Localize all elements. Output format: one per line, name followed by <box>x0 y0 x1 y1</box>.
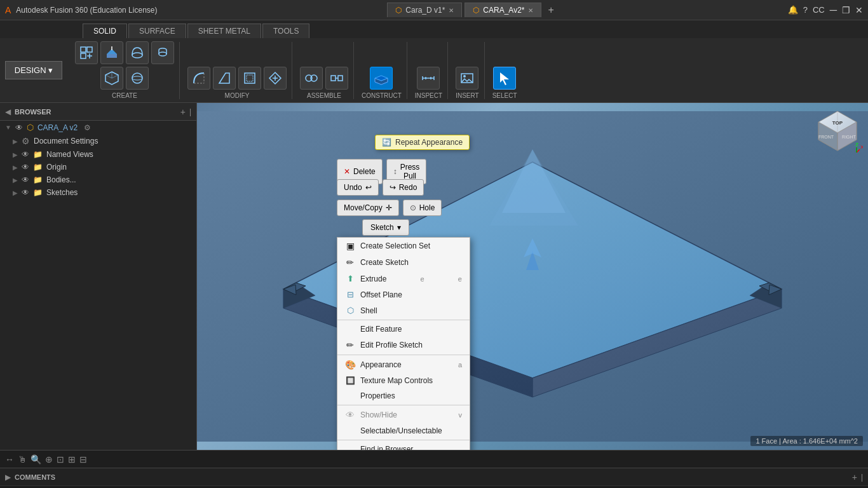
app-logo-icon: A <box>5 5 11 15</box>
comments-collapse-icon[interactable]: | <box>861 473 863 482</box>
bodies-eye-icon[interactable]: 👁 <box>22 175 29 184</box>
browser-collapse-right-icon[interactable]: | <box>189 107 191 116</box>
create-label: CREATE <box>112 92 137 99</box>
menu-show-hide[interactable]: 👁 Show/Hide v <box>337 407 470 423</box>
box-icon[interactable] <box>100 67 123 90</box>
comments-expand-icon[interactable]: ▶ <box>5 473 11 482</box>
insert-image-icon[interactable] <box>456 67 478 90</box>
chamfer-icon[interactable] <box>213 67 236 90</box>
close-icon[interactable]: ✕ <box>855 5 863 15</box>
grid-icon[interactable]: ⊞ <box>68 454 76 464</box>
hole-icon[interactable] <box>151 41 174 64</box>
rigid-group-icon[interactable] <box>325 67 348 90</box>
fillet-icon[interactable] <box>187 67 210 90</box>
nav-cube[interactable]: TOP FRONT RIGHT X Z <box>812 108 863 159</box>
zoom-icon[interactable]: 🔍 <box>31 454 41 464</box>
menu-selectable[interactable]: Selectable/Unselectable <box>337 423 470 438</box>
tab-sheet-metal[interactable]: SHEET METAL <box>187 24 261 38</box>
joint-icon[interactable] <box>300 67 323 90</box>
view-cube-icon[interactable]: ⊡ <box>57 454 64 464</box>
svg-text:Z: Z <box>855 142 858 147</box>
browser-sketches[interactable]: ▶ 👁 📁 Sketches <box>0 186 196 199</box>
tab-tools[interactable]: TOOLS <box>262 24 309 38</box>
scale-icon[interactable] <box>264 67 287 90</box>
origin-eye-icon[interactable]: 👁 <box>22 163 29 172</box>
svg-rect-21 <box>247 75 253 81</box>
sketch-dropdown-icon: ▾ <box>397 223 401 232</box>
user-icon[interactable]: CC <box>813 5 825 15</box>
settings-status-icon[interactable]: ⊟ <box>79 454 87 464</box>
browser-collapse-icon[interactable]: ◀ <box>5 107 11 116</box>
views-eye-icon[interactable]: 👁 <box>22 150 29 159</box>
create-icons <box>75 41 174 64</box>
show-hide-key: v <box>459 411 463 419</box>
menu-edit-profile[interactable]: ✏ Edit Profile Sketch <box>337 337 470 353</box>
browser-origin[interactable]: ▶ 👁 📁 Origin <box>0 161 196 173</box>
new-component-icon[interactable] <box>75 41 98 64</box>
select-icon[interactable] <box>493 67 516 90</box>
construct-label: CONSTRUCT <box>362 92 402 99</box>
tab-surface[interactable]: SURFACE <box>128 24 186 38</box>
sphere-icon[interactable] <box>126 67 149 90</box>
menu-edit-feature[interactable]: Edit Feature <box>337 322 470 337</box>
comments-add-icon[interactable]: + <box>852 472 857 482</box>
offset-plane-icon[interactable] <box>370 67 393 90</box>
repeat-appearance-tooltip: 🔄 Repeat Appearance <box>375 135 470 150</box>
menu-texture-map[interactable]: 🔲 Texture Map Controls <box>337 373 470 388</box>
revolve-icon[interactable] <box>126 41 149 64</box>
browser-doc-settings[interactable]: ▶ ⚙ Document Settings <box>0 134 196 148</box>
menu-sep-2 <box>337 355 470 355</box>
menu-extrude[interactable]: ⬆ Extrude e e <box>337 271 470 287</box>
undo-button[interactable]: Undo ↩ <box>337 179 379 196</box>
tab-close-icon2[interactable]: ✕ <box>528 7 533 14</box>
sketches-eye-icon[interactable]: 👁 <box>22 188 29 197</box>
tab-solid[interactable]: SOLID <box>83 24 127 38</box>
svg-rect-20 <box>245 73 255 83</box>
menu-find-browser[interactable]: Find in Browser <box>337 442 470 450</box>
notification-icon[interactable]: 🔔 <box>788 5 798 15</box>
hole-button[interactable]: ⊙ Hole <box>403 200 442 216</box>
hole-icon2: ⊙ <box>410 203 416 212</box>
browser-named-views[interactable]: ▶ 👁 📁 Named Views <box>0 148 196 161</box>
undo-icon: ↩ <box>365 183 372 192</box>
menu-appearance[interactable]: 🎨 Appearance a <box>337 356 470 373</box>
move-copy-button[interactable]: Move/Copy ✛ <box>337 200 399 216</box>
pan-icon[interactable]: 🖱 <box>18 454 27 464</box>
measure-icon[interactable] <box>417 67 440 90</box>
tab-cara-av2[interactable]: ⬡ CARA_Av2* ✕ <box>465 3 541 17</box>
menu-shell[interactable]: ⬡ Shell <box>337 302 470 318</box>
repeat-appearance-label: Repeat Appearance <box>395 138 463 147</box>
browser-header: ◀ BROWSER + | <box>0 103 196 121</box>
root-eye-icon[interactable]: 👁 <box>15 123 23 132</box>
new-tab-icon[interactable]: + <box>544 4 557 16</box>
browser-add-icon[interactable]: + <box>180 107 186 117</box>
appearance-key: a <box>458 361 462 369</box>
design-dropdown-button[interactable]: DESIGN ▾ <box>5 61 62 79</box>
extrude-shortcut: e <box>421 275 424 283</box>
browser-bodies[interactable]: ▶ 👁 📁 Bodies... <box>0 173 196 186</box>
repeat-icon: 🔄 <box>382 138 391 147</box>
menu-create-sketch[interactable]: ✏ Create Sketch <box>337 254 470 271</box>
minimize-icon[interactable]: ─ <box>830 4 837 16</box>
browser-root-item[interactable]: ▼ 👁 ⬡ CARA_A v2 ⚙ <box>0 121 196 134</box>
tab-close-icon[interactable]: ✕ <box>449 7 454 14</box>
menu-offset-plane[interactable]: ⊟ Offset Plane <box>337 287 470 302</box>
redo-icon: ↪ <box>390 183 396 192</box>
playback-bar: ⏮ ⏪ ▶ ⏩ ⏭ ⚙ <box>0 485 868 488</box>
help-icon[interactable]: ? <box>803 5 808 15</box>
redo-button[interactable]: ↪ Redo <box>383 179 424 196</box>
restore-icon[interactable]: ❐ <box>842 5 850 15</box>
shell-icon[interactable] <box>238 67 261 90</box>
orbit-icon[interactable]: ↔ <box>5 454 14 464</box>
sketch-button[interactable]: Sketch ▾ <box>362 219 409 236</box>
tab-cara-d[interactable]: ⬡ Cara_D v1* ✕ <box>387 3 462 17</box>
extrude-icon[interactable] <box>100 41 123 64</box>
menu-properties[interactable]: Properties <box>337 388 470 403</box>
svg-point-38 <box>463 75 466 78</box>
fit-icon[interactable]: ⊕ <box>45 454 53 464</box>
svg-line-13 <box>105 75 112 78</box>
insert-group: INSERT <box>451 42 485 99</box>
viewport[interactable]: TOP FRONT RIGHT X Z 🔄 Repeat Appearance … <box>197 103 868 450</box>
menu-create-selection-set[interactable]: ▣ Create Selection Set <box>337 238 470 254</box>
root-settings-icon[interactable]: ⚙ <box>84 123 91 132</box>
